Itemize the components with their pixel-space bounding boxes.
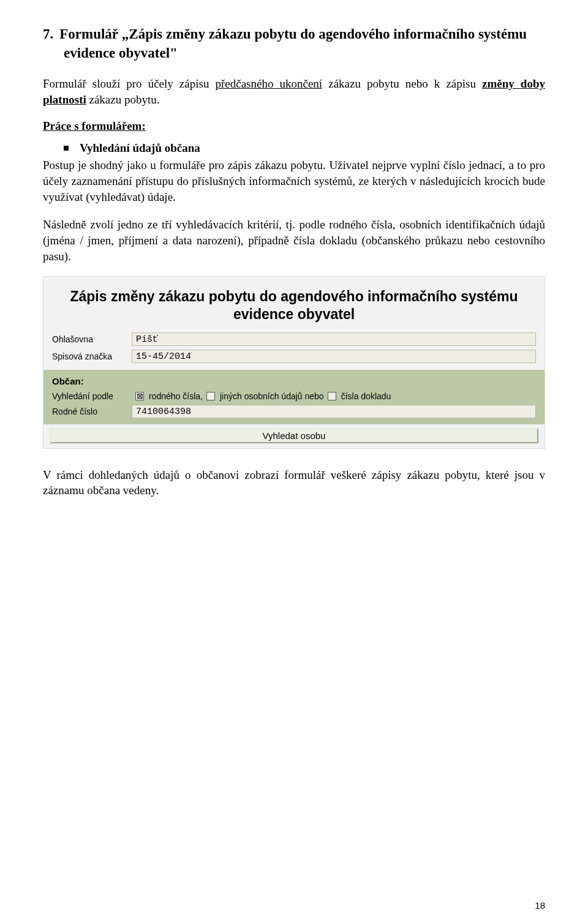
subheading-work-with-form: Práce s formulářem: xyxy=(43,119,545,133)
page-number: 18 xyxy=(535,900,545,911)
option-cislo-dokladu: čísla dokladu xyxy=(341,391,391,401)
row-search-button: Vyhledat osobu xyxy=(43,424,545,448)
p1-c: zákazu pobytu. xyxy=(86,93,160,106)
section-obcan: Občan: Vyhledání podle ⊠ rodného čísla, … xyxy=(43,370,545,424)
checkbox-jine-udaje[interactable] xyxy=(206,392,215,400)
heading-number: 7. xyxy=(43,26,53,42)
p1-underline-1: předčasného ukončení xyxy=(215,77,322,90)
label-obcan: Občan: xyxy=(52,376,536,386)
form-title: Zápis změny zákazu pobytu do agendového … xyxy=(43,277,545,331)
option-rodne-cislo: rodného čísla, xyxy=(149,391,203,401)
p1-a: Formulář slouží pro účely zápisu xyxy=(43,77,215,90)
checkbox-cislo-dokladu[interactable] xyxy=(328,392,336,400)
row-search-criteria: Vyhledání podle ⊠ rodného čísla, jiných … xyxy=(52,391,536,401)
bullet-text: Vyhledání údajů občana xyxy=(80,141,200,154)
row-rodne-cislo: Rodné číslo 7410064398 xyxy=(52,405,536,418)
bullet-square-icon xyxy=(64,146,69,151)
paragraph-procedure: Postup je shodný jako u formuláře pro zá… xyxy=(43,157,545,205)
label-vyhledani-podle: Vyhledání podle xyxy=(52,391,132,401)
heading-text: Formulář „Zápis změny zákazu pobytu do a… xyxy=(59,26,527,61)
paragraph-result: V rámci dohledaných údajů o občanovi zob… xyxy=(43,467,545,498)
bullet-find-citizen: Vyhledání údajů občana xyxy=(64,141,545,155)
embedded-form: Zápis změny zákazu pobytu do agendového … xyxy=(43,276,545,449)
row-spisova-znacka: Spisová značka 15-45/2014 xyxy=(43,348,545,365)
p1-b: zákazu pobytu nebo k zápisu xyxy=(322,77,482,90)
paragraph-criteria: Následně zvolí jedno ze tří vyhledávacíc… xyxy=(43,217,545,264)
row-ohlasovna: Ohlašovna Píšť xyxy=(43,331,545,348)
label-ohlasovna: Ohlašovna xyxy=(52,334,132,344)
input-ohlasovna[interactable]: Píšť xyxy=(132,332,536,346)
option-jine-udaje: jiných osobních údajů nebo xyxy=(220,391,324,401)
input-rodne-cislo[interactable]: 7410064398 xyxy=(132,405,536,418)
checkbox-rodne-cislo[interactable]: ⊠ xyxy=(135,392,144,400)
search-person-button[interactable]: Vyhledat osobu xyxy=(50,428,538,443)
label-spisova-znacka: Spisová značka xyxy=(52,351,132,361)
input-spisova-znacka[interactable]: 15-45/2014 xyxy=(132,350,536,363)
label-rodne-cislo: Rodné číslo xyxy=(52,407,132,416)
section-heading: 7.Formulář „Zápis změny zákazu pobytu do… xyxy=(64,24,545,62)
paragraph-intro: Formulář slouží pro účely zápisu předčas… xyxy=(43,76,545,107)
